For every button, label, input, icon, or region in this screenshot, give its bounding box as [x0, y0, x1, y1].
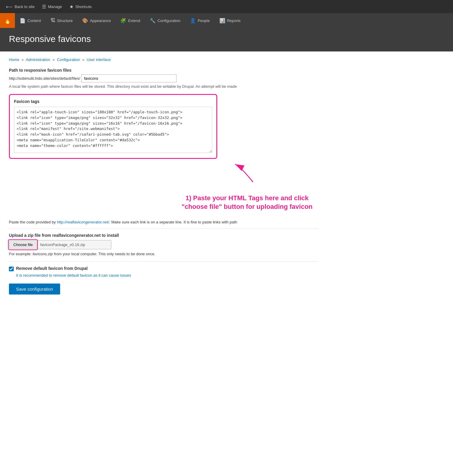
section-divider-2 — [9, 262, 318, 262]
back-to-site-button[interactable]: ⟵ Back to site — [3, 2, 38, 11]
reports-menu-item[interactable]: 📊 Reports — [215, 13, 246, 28]
breadcrumb-administration[interactable]: Administration — [26, 57, 50, 62]
upload-label: Upload a zip file from realfavicongenera… — [9, 233, 318, 238]
main-content: Home » Administration » Configuration » … — [0, 51, 327, 300]
path-description: A local file system path where favicon f… — [9, 84, 277, 89]
manage-icon: ☰ — [42, 4, 46, 10]
breadcrumb-sep-2: » — [52, 57, 54, 62]
path-prefix: http://sobimulti.lndo.site/sites/default… — [9, 76, 80, 81]
paste-desc-after: . Make sure each link is on a separate l… — [109, 220, 237, 224]
upload-hint-after: from your local computer. This only need… — [53, 252, 155, 256]
breadcrumb: Home » Administration » Configuration » … — [9, 57, 318, 62]
path-field-label: Path to responsive favicon files — [9, 68, 318, 73]
annotation-arrow — [229, 161, 265, 185]
annotation-text: 1) Paste your HTML Tags here and click "… — [176, 188, 318, 214]
star-icon: ★ — [69, 4, 74, 10]
path-input[interactable] — [81, 74, 176, 82]
breadcrumb-home[interactable]: Home — [9, 57, 19, 62]
back-to-site-label: Back to site — [15, 4, 35, 9]
extend-menu-item[interactable]: 🧩 Extend — [115, 13, 145, 28]
choose-file-button[interactable]: Choose file — [9, 240, 37, 249]
realfavicongenerator-link[interactable]: http://realfavicongenerator.net/ — [57, 220, 109, 224]
appearance-menu-item[interactable]: 🎨 Appearance — [77, 13, 115, 28]
checkbox-row: Remove default favicon from Drupal — [9, 266, 318, 271]
page-header: Responsive favicons — [0, 28, 453, 51]
appearance-icon: 🎨 — [82, 18, 88, 24]
breadcrumb-sep-1: » — [21, 57, 24, 62]
save-configuration-button[interactable]: Save configuration — [9, 284, 60, 295]
favicon-tags-section: Favicon tags — [9, 94, 217, 159]
content-label: Content — [27, 18, 41, 23]
page-title: Responsive favicons — [9, 34, 444, 44]
extend-icon: 🧩 — [120, 18, 126, 24]
file-name-display: faviconPackage_v0.16.zip — [37, 240, 111, 249]
remove-favicon-checkbox[interactable] — [9, 267, 14, 271]
paste-description: Paste the code provided by http://realfa… — [9, 220, 277, 224]
annotation-area: Favicon tags 1) Past — [9, 94, 318, 214]
breadcrumb-configuration[interactable]: Configuration — [57, 57, 80, 62]
breadcrumb-sep-3: » — [82, 57, 84, 62]
people-menu-item[interactable]: 👤 People — [185, 13, 214, 28]
upload-hint-before: For example: — [9, 252, 32, 256]
configuration-label: Configuration — [157, 18, 180, 23]
checkbox-description: It is recommended to remove default favi… — [16, 273, 318, 278]
manage-button[interactable]: ☰ Manage — [39, 2, 65, 11]
section-divider — [9, 228, 318, 229]
back-icon: ⟵ — [6, 4, 13, 10]
favicon-tags-textarea[interactable] — [14, 107, 212, 153]
admin-menu: 🔥 📄 Content 🏗 Structure 🎨 Appearance 🧩 E… — [0, 13, 453, 28]
manage-label: Manage — [48, 4, 62, 9]
structure-label: Structure — [57, 18, 73, 23]
reports-icon: 📊 — [219, 18, 225, 24]
toolbar-top: ⟵ Back to site ☰ Manage ★ Shortcuts — [0, 0, 453, 13]
upload-row: Choose file faviconPackage_v0.16.zip — [9, 240, 318, 249]
home-menu-item[interactable]: 🔥 — [0, 13, 15, 28]
content-icon: 📄 — [20, 18, 26, 24]
shortcuts-label: Shortcuts — [75, 4, 92, 9]
content-menu-item[interactable]: 📄 Content — [15, 13, 46, 28]
people-label: People — [198, 18, 210, 23]
drupal-flame-icon: 🔥 — [4, 17, 11, 24]
breadcrumb-user-interface[interactable]: User interface — [87, 57, 111, 62]
choose-file-wrapper: Choose file — [9, 240, 37, 249]
extend-label: Extend — [128, 18, 140, 23]
configuration-menu-item[interactable]: 🔧 Configuration — [145, 13, 185, 28]
checkbox-label[interactable]: Remove default favicon from Drupal — [16, 266, 88, 271]
appearance-label: Appearance — [90, 18, 111, 23]
upload-hint: For example: favicons.zip from your loca… — [9, 252, 318, 256]
people-icon: 👤 — [190, 18, 196, 24]
shortcuts-button[interactable]: ★ Shortcuts — [66, 2, 95, 11]
paste-desc-before: Paste the code provided by — [9, 220, 57, 224]
configuration-icon: 🔧 — [150, 18, 156, 24]
structure-menu-item[interactable]: 🏗 Structure — [46, 13, 78, 28]
structure-icon: 🏗 — [51, 18, 55, 23]
reports-label: Reports — [227, 18, 241, 23]
favicon-tags-label: Favicon tags — [14, 99, 212, 104]
upload-hint-italic: favicons.zip — [32, 252, 53, 256]
path-row: http://sobimulti.lndo.site/sites/default… — [9, 74, 318, 82]
